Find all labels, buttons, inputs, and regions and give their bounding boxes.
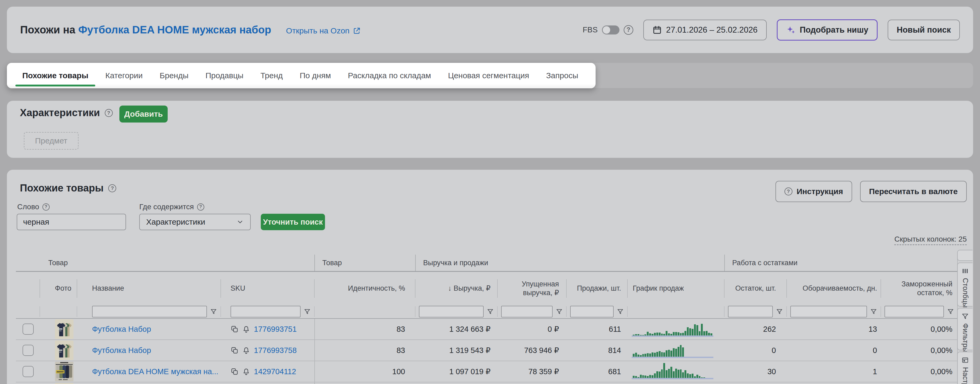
sparkline-bar bbox=[668, 333, 670, 335]
filter-funnel-icon-sales[interactable] bbox=[617, 308, 624, 315]
instruction-button[interactable]: ? Инструкция bbox=[775, 181, 852, 202]
tab-sellers[interactable]: Продавцы bbox=[197, 63, 252, 88]
product-name-link[interactable]: Футболка Набор bbox=[92, 346, 151, 355]
filter-input-turnover[interactable] bbox=[790, 306, 867, 317]
hidden-columns-link[interactable]: Скрытых колонок: 25 bbox=[894, 235, 967, 245]
recalc-currency-button[interactable]: Пересчитать в валюте bbox=[860, 181, 967, 202]
tab-queries[interactable]: Запросы bbox=[538, 63, 587, 88]
cell-frozen_stock: 0,00% bbox=[881, 340, 958, 361]
filter-input-frozen_stock[interactable] bbox=[885, 306, 944, 317]
column-header-lost_revenue[interactable]: Упущенная выручка, ₽ bbox=[498, 272, 566, 305]
side-tab-filters[interactable]: Фильтры bbox=[957, 308, 972, 350]
sparkline-bar bbox=[659, 371, 660, 378]
characteristics-title: Характеристики bbox=[20, 107, 100, 119]
cell-sku: 1776993751 bbox=[221, 319, 314, 340]
tab-warehouse-layout[interactable]: Раскладка по складам bbox=[339, 63, 439, 88]
column-header-stock[interactable]: Остаток, шт. bbox=[724, 272, 787, 305]
bell-icon[interactable] bbox=[242, 346, 250, 354]
date-range-button[interactable]: 27.01.2026 – 25.02.2026 bbox=[643, 20, 767, 40]
new-search-label: Новый поиск bbox=[897, 25, 951, 35]
row-checkbox[interactable] bbox=[22, 366, 34, 377]
filter-funnel-icon-turnover[interactable] bbox=[870, 308, 877, 315]
tabs-strip: Похожие товарыКатегорииБрендыПродавцыТре… bbox=[7, 63, 596, 88]
word-input[interactable] bbox=[17, 214, 126, 230]
title-product-link[interactable]: Футболка DEA HOME мужская набор bbox=[78, 24, 271, 35]
column-header-identity[interactable]: Идентичность, % bbox=[314, 272, 415, 305]
column-header-photo[interactable]: Фото bbox=[40, 272, 77, 305]
cell-stock bbox=[724, 382, 787, 384]
sparkline-bar bbox=[692, 329, 694, 335]
subject-chip[interactable]: Предмет bbox=[24, 132, 78, 149]
tab-label: Тренд bbox=[261, 71, 283, 80]
cell-turnover: 0 bbox=[787, 340, 881, 361]
add-characteristic-button[interactable]: Добавить bbox=[119, 106, 168, 122]
tab-by-days[interactable]: По дням bbox=[291, 63, 340, 88]
open-on-ozon-link[interactable]: Открыть на Ozon bbox=[286, 26, 361, 35]
header-panel: Похожи на Футболка DEA HOME мужская набо… bbox=[7, 6, 973, 53]
filter-input-stock[interactable] bbox=[728, 306, 773, 317]
filter-input-name[interactable] bbox=[92, 306, 207, 317]
filter-input-revenue[interactable] bbox=[419, 306, 484, 317]
column-header-sales_chart[interactable]: График продаж bbox=[627, 272, 724, 305]
sparkline-bar bbox=[656, 371, 658, 378]
column-header-sales[interactable]: Продажи, шт. bbox=[566, 272, 627, 305]
refine-search-button[interactable]: Уточнить поиск bbox=[261, 214, 325, 230]
cell-photo bbox=[40, 382, 77, 384]
table-filter-row bbox=[16, 305, 957, 319]
filter-funnel-icon-frozen_stock[interactable] bbox=[947, 308, 954, 315]
column-header-sku[interactable]: SKU bbox=[221, 272, 314, 305]
column-header-frozen_stock[interactable]: Замороженный остаток, % bbox=[881, 272, 958, 305]
sparkline-bar bbox=[678, 370, 679, 378]
characteristics-help-icon[interactable]: ? bbox=[105, 109, 113, 117]
filter-cell-revenue bbox=[415, 305, 498, 318]
where-select[interactable]: Характеристики bbox=[139, 214, 251, 230]
filter-input-sales[interactable] bbox=[570, 306, 614, 317]
product-name-link[interactable]: Футболка Набор bbox=[92, 325, 151, 333]
filter-funnel-icon-sku[interactable] bbox=[304, 308, 311, 315]
column-header-name[interactable]: Название bbox=[77, 272, 221, 305]
new-search-button[interactable]: Новый поиск bbox=[888, 20, 960, 40]
row-checkbox[interactable] bbox=[22, 345, 34, 356]
side-tab-columns[interactable]: Столбцы bbox=[957, 263, 972, 306]
similar-products-help-icon[interactable]: ? bbox=[108, 184, 116, 192]
sku-link[interactable]: 1776993751 bbox=[254, 325, 297, 333]
cell-sku: 1429704112 bbox=[221, 361, 314, 382]
title-prefix: Похожи на bbox=[20, 24, 75, 35]
sparkline-bar bbox=[680, 345, 682, 357]
cell-name: Футболка Набор bbox=[77, 319, 221, 340]
bell-icon[interactable] bbox=[242, 368, 250, 376]
side-tab-settings[interactable]: Настройки bbox=[957, 352, 972, 384]
filter-input-lost_revenue[interactable] bbox=[501, 306, 553, 317]
filter-funnel-icon-revenue[interactable] bbox=[487, 308, 494, 315]
similar-items-icon[interactable] bbox=[231, 368, 239, 376]
fbs-toggle[interactable] bbox=[602, 25, 619, 35]
sku-link[interactable]: 1429704112 bbox=[254, 367, 296, 376]
tab-trend[interactable]: Тренд bbox=[252, 63, 291, 88]
cell-lost_revenue: 0 ₽ bbox=[498, 319, 566, 340]
row-checkbox[interactable] bbox=[22, 324, 34, 335]
column-header-turnover[interactable]: Оборачиваемость, дн. bbox=[787, 272, 881, 305]
product-name-link[interactable]: Футболка DEA HOME мужская на... bbox=[92, 367, 218, 376]
filter-cell-turnover bbox=[787, 305, 881, 318]
word-help-icon[interactable]: ? bbox=[43, 203, 49, 211]
where-help-icon[interactable]: ? bbox=[197, 203, 204, 211]
fbs-help-icon[interactable]: ? bbox=[624, 25, 633, 35]
product-photo bbox=[55, 341, 73, 360]
cell-lost_revenue: 78 359 ₽ bbox=[498, 361, 566, 382]
column-header-revenue[interactable]: ↓ Выручка, ₽ bbox=[415, 272, 498, 305]
pick-niche-button[interactable]: Подобрать нишу bbox=[777, 19, 878, 41]
tab-categories[interactable]: Категории bbox=[97, 63, 151, 88]
similar-items-icon[interactable] bbox=[231, 325, 239, 333]
sku-link[interactable]: 1776993758 bbox=[254, 346, 297, 355]
sparkline-bar bbox=[654, 333, 656, 335]
similar-items-icon[interactable] bbox=[231, 346, 239, 354]
sparkline-bar bbox=[680, 333, 682, 335]
filter-funnel-icon-lost_revenue[interactable] bbox=[556, 308, 563, 315]
filter-funnel-icon-name[interactable] bbox=[210, 308, 217, 315]
tab-brands[interactable]: Бренды bbox=[151, 63, 197, 88]
filter-funnel-icon-stock[interactable] bbox=[776, 308, 783, 315]
filter-input-sku[interactable] bbox=[231, 306, 301, 317]
tab-similar-products[interactable]: Похожие товары bbox=[14, 63, 97, 88]
bell-icon[interactable] bbox=[242, 325, 250, 333]
tab-price-segmentation[interactable]: Ценовая сегментация bbox=[440, 63, 538, 88]
